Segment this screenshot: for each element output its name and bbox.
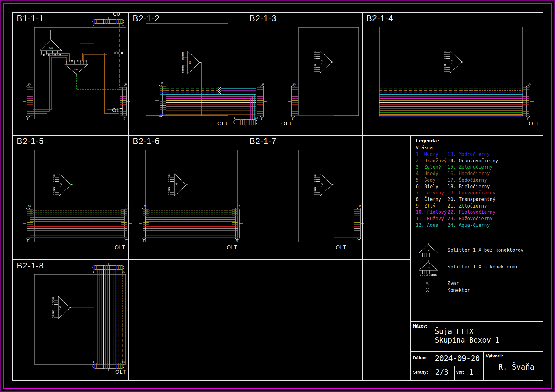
- legend-fiber-item: 1. Modrý: [416, 151, 447, 158]
- svg-text:1x8: 1x8: [49, 47, 53, 49]
- svg-text:1: 1: [93, 271, 94, 273]
- legend-fiber-item: 17. Šedočierny: [448, 177, 498, 184]
- svg-text:16: 16: [122, 271, 125, 273]
- olt-label-b2-1-7: OLT: [336, 245, 347, 251]
- legend-fiber-item: 20. Transparentný: [448, 196, 498, 203]
- legend-fiber-item: 11. Ružový: [416, 216, 447, 222]
- titleblock-vytvoril-label: Vytvoril:: [486, 353, 503, 358]
- olt-label-b2-1-6: OLT: [227, 245, 238, 251]
- olt-label-b2-1-5: OLT: [115, 245, 126, 251]
- legend-fiber-item: 3. Zelený: [416, 164, 447, 170]
- svg-text:1x8: 1x8: [451, 60, 453, 64]
- legend-fiber-item: 21. Žltočierny: [448, 203, 498, 209]
- titleblock-datum-label: Dátum:: [413, 355, 428, 360]
- legend-fiber-item: 24. Aqua-čierny: [448, 222, 498, 229]
- svg-text:1: 1: [261, 118, 262, 120]
- svg-text:1x8: 1x8: [175, 183, 178, 187]
- legend-fiber-item: 23. Ružovočierny: [448, 216, 498, 222]
- legend-fiber-column-2: 13. Modročierny14. Oranžovočierny15. Zel…: [448, 151, 498, 228]
- panel-title-b2-1-7: B2-1-7: [249, 137, 277, 146]
- legend-fiber-item: 6. Biely: [416, 184, 447, 190]
- svg-text:1: 1: [27, 118, 28, 120]
- legend-fiber-item: 14. Oranžovočierny: [448, 158, 498, 164]
- legend-fiber-item: 15. Zelenočierny: [448, 164, 498, 170]
- titleblock-strany-value: 2/3: [435, 368, 448, 376]
- svg-text:12: 12: [255, 117, 258, 119]
- svg-text:1x8: 1x8: [60, 183, 63, 187]
- svg-text:1: 1: [143, 240, 144, 243]
- titleblock-ver-value: 1: [469, 368, 473, 376]
- titleblock-nazov-line2: Skupina Boxov 1: [435, 336, 500, 344]
- panel-title-b2-1-5: B2-1-5: [17, 137, 44, 146]
- olt-label-b1-1-1: OLT: [112, 107, 123, 114]
- legend-fiber-item: 19. Červenočierny: [448, 190, 498, 196]
- panel-title-b1-1-1: B1-1-1: [17, 14, 44, 23]
- svg-text:16: 16: [161, 82, 163, 85]
- legend-zvar-label: Zvar: [448, 281, 459, 286]
- panel-title-b2-1-8: B2-1-8: [17, 261, 44, 271]
- svg-text:16: 16: [28, 205, 31, 208]
- olt-label-b2-1-4: OLT: [529, 121, 540, 127]
- svg-text:1: 1: [234, 117, 235, 119]
- legend-fiber-column-1: 1. Modrý2. Oranžový3. Zelený4. Hnedý5. Š…: [416, 151, 447, 228]
- svg-text:16: 16: [528, 83, 531, 85]
- legend-fiber-item: 10. Fialový: [416, 209, 447, 216]
- panel-title-b2-1-6: B2-1-6: [133, 137, 160, 146]
- svg-text:1x8: 1x8: [321, 60, 324, 64]
- svg-text:16: 16: [144, 205, 146, 208]
- svg-text:1: 1: [159, 117, 161, 120]
- legend-fiber-item: 16. Hnedočierny: [448, 170, 498, 177]
- titleblock-nazov-label: Názov:: [413, 324, 427, 329]
- legend-konektor-label: Konektor: [448, 287, 470, 293]
- svg-text:1x8: 1x8: [426, 249, 430, 252]
- panel-title-b2-1-4: B2-1-4: [366, 14, 393, 23]
- ou-label-b1-1-1: OU: [113, 11, 120, 16]
- olt-label-b2-1-3: OLT: [281, 121, 292, 127]
- legend-fiber-item: 9. Žltý: [416, 203, 447, 209]
- panel-title-b2-1-2: B2-1-2: [133, 14, 160, 23]
- svg-text:16: 16: [359, 205, 361, 208]
- panel-title-b2-1-3: B2-1-3: [249, 14, 277, 23]
- legend-fiber-item: 7. Červený: [416, 190, 447, 196]
- svg-text:1x8: 1x8: [189, 61, 191, 65]
- svg-text:16: 16: [293, 83, 296, 85]
- legend-fiber-item: 13. Modročierny: [448, 151, 498, 158]
- svg-text:16: 16: [125, 83, 127, 85]
- svg-text:1: 1: [292, 118, 293, 120]
- titleblock-vytvoril-value: R. Švaňa: [498, 363, 534, 371]
- legend-fiber-item: 8. Čierny: [416, 196, 447, 203]
- legend-fiber-item: 18. Bieločierny: [448, 184, 498, 190]
- svg-text:1: 1: [27, 240, 28, 243]
- svg-text:1x8: 1x8: [321, 183, 324, 187]
- svg-text:1x8: 1x8: [74, 68, 78, 71]
- svg-text:1: 1: [123, 118, 125, 120]
- titleblock-strany-label: Strany:: [413, 370, 428, 375]
- legend-splitter-plain-label: Splitter 1:X bez konektorov: [448, 247, 524, 253]
- svg-text:1x8: 1x8: [59, 306, 62, 310]
- svg-text:1: 1: [358, 240, 359, 243]
- svg-text:16: 16: [237, 205, 240, 208]
- legend-subtitle: Vlákna:: [416, 145, 435, 151]
- legend-fiber-item: 5. Šedý: [416, 177, 447, 184]
- svg-text:16: 16: [262, 83, 264, 85]
- svg-text:16: 16: [122, 361, 125, 363]
- legend-title: Legenda:: [416, 138, 440, 144]
- svg-text:1x8: 1x8: [426, 267, 430, 269]
- legend-fiber-item: 22. Fialovočierny: [448, 209, 498, 216]
- legend-fiber-item: 2. Oranžový: [416, 158, 447, 164]
- legend-fiber-item: 12. Aqua: [416, 222, 447, 229]
- svg-text:1: 1: [236, 240, 237, 243]
- svg-text:1: 1: [527, 118, 528, 120]
- svg-text:1: 1: [93, 361, 94, 363]
- olt-label-b2-1-8: OLT: [115, 369, 126, 375]
- svg-text:1: 1: [125, 240, 126, 243]
- legend-fiber-item: 4. Hnedý: [416, 170, 447, 177]
- titleblock-ver-label: Ver:: [456, 370, 464, 375]
- titleblock-datum-value: 2024-09-20: [435, 354, 480, 363]
- svg-text:16: 16: [28, 83, 31, 85]
- legend-splitter-conn-label: Splitter 1:X s konektormi: [448, 264, 518, 270]
- schematic-sheet: 1161x81x81611611611611x81121611x81611x81…: [0, 0, 555, 392]
- olt-label-b2-1-2: OLT: [217, 121, 228, 127]
- svg-text:16: 16: [126, 205, 129, 208]
- svg-text:16: 16: [122, 25, 125, 27]
